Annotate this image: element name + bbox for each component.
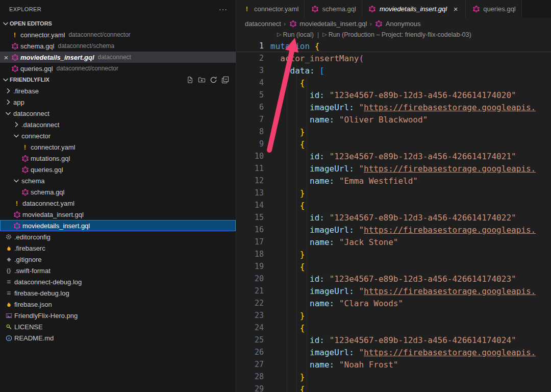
tree-item-connector.yaml[interactable]: !connector.yaml — [0, 141, 236, 153]
line-number[interactable]: 20 — [237, 274, 270, 283]
line-number[interactable]: 19 — [237, 262, 270, 271]
code-line-26[interactable]: 26 imageUrl: "https://firebasestorage.go… — [237, 346, 551, 358]
workspace-header[interactable]: FRIENDLYFLIX — [0, 74, 236, 85]
tree-item-.swift-format[interactable]: {}.swift-format — [0, 265, 236, 276]
line-number[interactable]: 4 — [237, 78, 270, 87]
code-line-15[interactable]: 15 id: "123e4567-e89b-12d3-a456-42661417… — [237, 211, 551, 224]
tab-connector.yaml[interactable]: !connector.yaml — [237, 0, 305, 18]
line-number[interactable]: 8 — [237, 127, 270, 136]
code-line-27[interactable]: 27 name: "Noah Frost" — [237, 358, 551, 371]
tree-item-LICENSE[interactable]: LICENSE — [0, 321, 236, 332]
tab-moviedetails_insert.gql[interactable]: moviedetails_insert.gql× — [362, 0, 466, 18]
code-line-29[interactable]: 29 { — [237, 383, 551, 392]
code-line-6[interactable]: 6 imageUrl: "https://firebasestorage.goo… — [237, 101, 551, 113]
collapse-all-icon[interactable] — [221, 76, 229, 84]
tree-item-.editorconfig[interactable]: .editorconfig — [0, 231, 236, 242]
breadcrumb-item-Anonymous[interactable]: Anonymous — [374, 20, 421, 28]
line-number[interactable]: 10 — [237, 152, 270, 161]
open-editor-queries.gql[interactable]: queries.gqldataconnect/connector — [0, 63, 236, 74]
refresh-icon[interactable] — [209, 76, 217, 84]
line-number[interactable]: 27 — [237, 360, 270, 369]
line-number[interactable]: 6 — [237, 103, 270, 112]
tree-item-schema[interactable]: schema — [0, 175, 236, 186]
tree-item-.dataconnect[interactable]: .dataconnect — [0, 119, 236, 130]
code-line-19[interactable]: 19 { — [237, 260, 551, 273]
code-line-7[interactable]: 7 name: "Oliver Blackwood" — [237, 113, 551, 126]
code-line-11[interactable]: 11 imageUrl: "https://firebasestorage.go… — [237, 162, 551, 175]
line-number[interactable]: 15 — [237, 213, 270, 222]
breadcrumb-item-moviedetails_insert.gql[interactable]: moviedetails_insert.gql — [288, 20, 367, 28]
open-editors-header[interactable]: OPEN EDITORS — [0, 18, 236, 29]
line-number[interactable]: 29 — [237, 384, 270, 392]
code-line-28[interactable]: 28 } — [237, 371, 551, 383]
line-number[interactable]: 7 — [237, 115, 270, 124]
line-number[interactable]: 18 — [237, 250, 270, 259]
line-number[interactable]: 22 — [237, 299, 270, 308]
code-line-5[interactable]: 5 id: "123e4567-e89b-12d3-a456-426614174… — [237, 89, 551, 101]
code-line-23[interactable]: 23 } — [237, 309, 551, 322]
tree-item-mutations.gql[interactable]: mutations.gql — [0, 153, 236, 164]
code-line-13[interactable]: 13 } — [237, 187, 551, 199]
line-number[interactable]: 13 — [237, 188, 270, 198]
code-line-10[interactable]: 10 id: "123e4567-e89b-12d3-a456-42661417… — [237, 150, 551, 162]
code-line-20[interactable]: 20 id: "123e4567-e89b-12d3-a456-42661417… — [237, 273, 551, 285]
code-line-22[interactable]: 22 name: "Clara Woods" — [237, 297, 551, 309]
line-number[interactable]: 21 — [237, 286, 270, 296]
open-editor-moviedetails_insert.gql[interactable]: ×moviedetails_insert.gqldataconnect — [0, 52, 236, 63]
code-line-12[interactable]: 12 name: "Emma Westfield" — [237, 175, 551, 187]
code-line-3[interactable]: 3 data: [ — [237, 64, 551, 77]
close-icon[interactable]: × — [452, 5, 460, 13]
breadcrumb-item-dataconnect[interactable]: dataconnect — [245, 20, 281, 28]
code-line-17[interactable]: 17 name: "Jack Stone" — [237, 236, 551, 248]
tree-item-schema.gql[interactable]: schema.gql — [0, 186, 236, 198]
code-line-9[interactable]: 9 { — [237, 138, 551, 150]
tree-item-dataconnect[interactable]: dataconnect — [0, 108, 236, 119]
line-number[interactable]: 25 — [237, 335, 270, 345]
tree-item-.firebaserc[interactable]: .firebaserc — [0, 242, 236, 254]
line-number[interactable]: 16 — [237, 225, 270, 234]
code-line-16[interactable]: 16 imageUrl: "https://firebasestorage.go… — [237, 224, 551, 236]
code-line-1[interactable]: 1mutation { — [237, 40, 551, 52]
tree-item-.firebase[interactable]: .firebase — [0, 85, 236, 96]
tab-schema.gql[interactable]: schema.gql — [305, 0, 362, 18]
line-number[interactable]: 23 — [237, 311, 270, 320]
line-number[interactable]: 2 — [237, 54, 270, 63]
tree-item-dataconnect.yaml[interactable]: !dataconnect.yaml — [0, 198, 236, 209]
line-number[interactable]: 28 — [237, 372, 270, 381]
line-number[interactable]: 14 — [237, 201, 270, 210]
more-actions-icon[interactable]: ··· — [219, 5, 228, 13]
code-line-25[interactable]: 25 id: "123e4567-e89b-12d3-a456-42661417… — [237, 334, 551, 346]
code-line-2[interactable]: 2 actor_insertMany( — [237, 52, 551, 64]
codelens-run-production[interactable]: ▷ Run (Production – Project: friendly-fl… — [322, 31, 471, 38]
line-number[interactable]: 11 — [237, 164, 270, 173]
code-line-4[interactable]: 4 { — [237, 77, 551, 89]
tree-item-queries.gql[interactable]: queries.gql — [0, 164, 236, 175]
line-number[interactable]: 17 — [237, 237, 270, 247]
code-line-24[interactable]: 24 { — [237, 322, 551, 334]
tree-item-connector[interactable]: connector — [0, 130, 236, 141]
new-file-icon[interactable] — [186, 76, 194, 84]
line-number[interactable]: 24 — [237, 323, 270, 332]
tab-queries.gql[interactable]: queries.gql — [466, 0, 522, 18]
codelens-run-local[interactable]: ▷ Run (local) — [277, 31, 314, 38]
line-number[interactable]: 26 — [237, 348, 270, 357]
tree-item-firebase.json[interactable]: firebase.json — [0, 299, 236, 310]
tree-item-app[interactable]: app — [0, 96, 236, 108]
code-line-18[interactable]: 18 } — [237, 248, 551, 260]
open-editor-schema.gql[interactable]: schema.gqldataconnect/schema — [0, 40, 236, 52]
tree-item-moviedata_insert.gql[interactable]: moviedata_insert.gql — [0, 209, 236, 220]
code-line-8[interactable]: 8 } — [237, 126, 551, 138]
line-number[interactable]: 1 — [237, 41, 270, 51]
tree-item-moviedetails_insert.gql[interactable]: moviedetails_insert.gql — [0, 220, 236, 231]
tree-item-.gitignore[interactable]: .gitignore — [0, 254, 236, 265]
line-number[interactable]: 3 — [237, 66, 270, 75]
line-number[interactable]: 5 — [237, 90, 270, 100]
code-line-21[interactable]: 21 imageUrl: "https://firebasestorage.go… — [237, 285, 551, 297]
new-folder-icon[interactable] — [197, 76, 206, 84]
line-number[interactable]: 12 — [237, 176, 270, 185]
code-line-14[interactable]: 14 { — [237, 199, 551, 211]
tree-item-README.md[interactable]: README.md — [0, 332, 236, 344]
open-editor-connector.yaml[interactable]: !connector.yamldataconnect/connector — [0, 29, 236, 40]
line-number[interactable]: 9 — [237, 139, 270, 149]
tree-item-dataconnect-debug.log[interactable]: ≡dataconnect-debug.log — [0, 276, 236, 287]
